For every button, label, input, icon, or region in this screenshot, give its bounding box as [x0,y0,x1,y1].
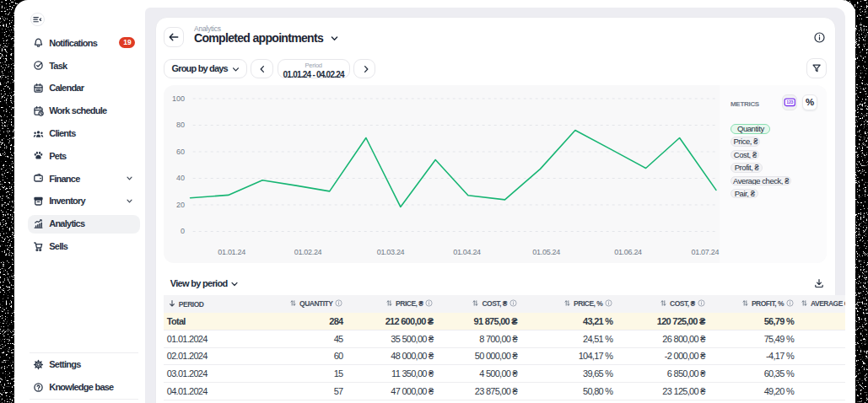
svg-text:123: 123 [786,99,793,105]
